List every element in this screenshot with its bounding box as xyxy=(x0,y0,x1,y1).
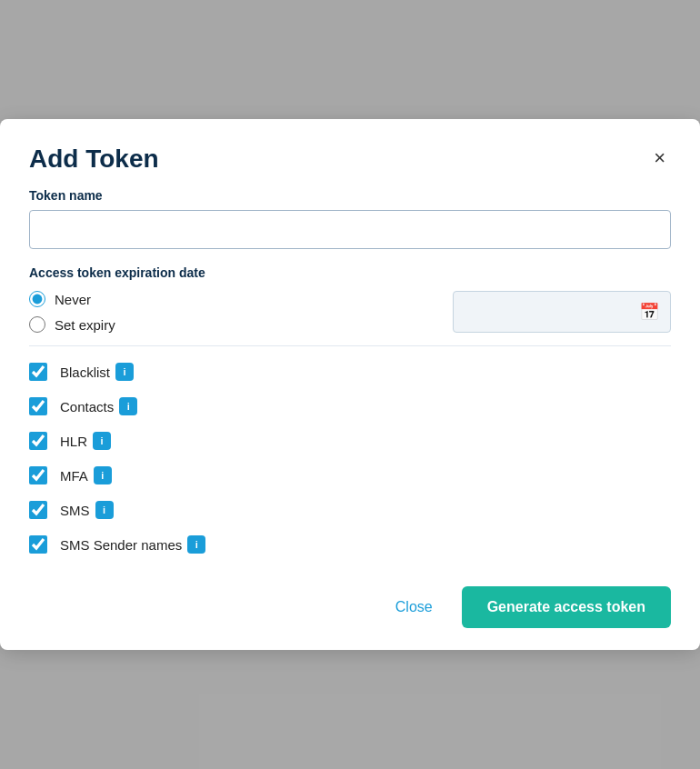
modal-close-button[interactable]: × xyxy=(648,146,671,170)
sms-checkbox[interactable] xyxy=(29,501,47,519)
token-name-input[interactable] xyxy=(29,210,671,249)
radio-never[interactable]: Never xyxy=(29,291,115,307)
calendar-icon: 📅 xyxy=(639,302,659,322)
mfa-info-icon[interactable]: i xyxy=(94,466,112,484)
add-token-modal: Add Token × Token name Access token expi… xyxy=(0,119,700,650)
modal-title: Add Token xyxy=(29,145,159,174)
radio-set-expiry-label: Set expiry xyxy=(55,317,115,333)
blacklist-info-icon[interactable]: i xyxy=(115,363,134,381)
sms-label-row: SMS i xyxy=(60,501,114,519)
modal-footer: Close Generate access token xyxy=(0,570,700,650)
radio-never-input[interactable] xyxy=(29,291,45,307)
expiry-row: Never Set expiry 📅 xyxy=(29,291,671,333)
blacklist-label-row: Blacklist i xyxy=(60,363,134,381)
radio-set-expiry[interactable]: Set expiry xyxy=(29,316,115,333)
modal-body: Token name Access token expiration date … xyxy=(0,188,700,570)
generate-access-token-button[interactable]: Generate access token xyxy=(462,586,671,628)
mfa-label[interactable]: MFA xyxy=(60,468,88,484)
mfa-label-row: MFA i xyxy=(60,466,112,484)
sms-sender-names-info-icon[interactable]: i xyxy=(187,535,205,554)
contacts-checkbox[interactable] xyxy=(29,397,47,415)
hlr-label[interactable]: HLR xyxy=(60,434,87,449)
hlr-label-row: HLR i xyxy=(60,432,111,450)
blacklist-label[interactable]: Blacklist xyxy=(60,365,110,380)
list-item: HLR i xyxy=(29,432,671,450)
radio-never-label: Never xyxy=(55,292,91,307)
mfa-checkbox[interactable] xyxy=(29,466,47,484)
expiry-radio-group: Never Set expiry xyxy=(29,291,115,333)
contacts-label[interactable]: Contacts xyxy=(60,399,114,414)
sms-sender-names-label-row: SMS Sender names i xyxy=(60,535,205,554)
checkbox-list: Blacklist i Contacts i HLR i xyxy=(29,363,671,570)
radio-set-expiry-input[interactable] xyxy=(29,316,45,333)
expiry-label: Access token expiration date xyxy=(29,265,671,280)
list-item: SMS Sender names i xyxy=(29,535,671,554)
section-divider xyxy=(29,345,671,346)
sms-sender-names-checkbox[interactable] xyxy=(29,535,47,554)
date-picker-box[interactable]: 📅 xyxy=(453,291,671,333)
token-name-label: Token name xyxy=(29,188,671,203)
sms-info-icon[interactable]: i xyxy=(95,501,114,519)
modal-overlay: Add Token × Token name Access token expi… xyxy=(0,0,700,769)
sms-sender-names-label[interactable]: SMS Sender names xyxy=(60,537,182,553)
list-item: SMS i xyxy=(29,501,671,519)
contacts-label-row: Contacts i xyxy=(60,397,137,415)
sms-label[interactable]: SMS xyxy=(60,503,90,518)
hlr-checkbox[interactable] xyxy=(29,432,47,450)
list-item: Blacklist i xyxy=(29,363,671,381)
contacts-info-icon[interactable]: i xyxy=(119,397,137,415)
list-item: MFA i xyxy=(29,466,671,484)
hlr-info-icon[interactable]: i xyxy=(93,432,111,450)
expiry-section: Access token expiration date Never Set e… xyxy=(29,265,671,333)
close-button[interactable]: Close xyxy=(385,592,444,623)
list-item: Contacts i xyxy=(29,397,671,415)
modal-header: Add Token × xyxy=(0,119,700,188)
blacklist-checkbox[interactable] xyxy=(29,363,47,381)
